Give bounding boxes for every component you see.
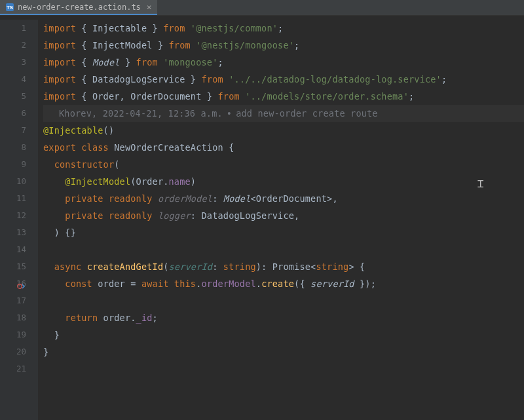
- line-number: 13: [0, 224, 26, 241]
- code-line[interactable]: [43, 360, 524, 377]
- token-punc: :: [212, 261, 223, 272]
- token-punc: > {: [348, 261, 365, 272]
- token-field: _id: [136, 313, 153, 323]
- token-kw: from: [136, 57, 164, 67]
- token-punc: { DatadogLogService }: [81, 74, 201, 85]
- token-punc: ({: [294, 278, 310, 289]
- token-param: logger: [158, 210, 191, 221]
- token-kw: string: [316, 261, 348, 272]
- code-line[interactable]: async createAndGetId(serverId: string): …: [43, 258, 524, 275]
- line-number: 16: [0, 275, 26, 292]
- token-punc: (): [103, 125, 115, 136]
- token-field: name: [169, 176, 191, 187]
- tab-bar: TS new-order-create.action.ts ×: [0, 0, 524, 16]
- token-kw: private readonly: [65, 210, 158, 221]
- blame-separator: •: [227, 108, 232, 119]
- token-kw: import: [43, 23, 81, 33]
- token-punc: ;: [278, 23, 283, 33]
- token-dec: @InjectModel: [65, 176, 130, 187]
- token-cls: order.: [103, 313, 136, 323]
- token-punc: }: [120, 57, 136, 67]
- token-kw: from: [169, 40, 196, 50]
- token-punc: (: [163, 261, 168, 272]
- token-kw: import: [43, 91, 81, 102]
- code-editor[interactable]: 123456789101112131415161718192021 import…: [0, 16, 524, 420]
- blame-message: add new-order create route: [236, 108, 378, 119]
- tab-filename: new-order-create.action.ts: [18, 3, 141, 12]
- token-str: 'mongoose': [163, 57, 217, 67]
- code-line[interactable]: @InjectModel(Order.name)Ꮖ: [43, 173, 524, 190]
- file-tab[interactable]: TS new-order-create.action.ts ×: [0, 0, 157, 15]
- token-str: '@nestjs/common': [191, 23, 278, 33]
- token-kw: const: [65, 278, 98, 289]
- token-kw: import: [43, 57, 81, 67]
- line-number: 9: [0, 156, 26, 173]
- token-punc: }: [54, 330, 60, 340]
- code-line[interactable]: }: [43, 343, 524, 360]
- code-line[interactable]: private readonly orderModel: Model<Order…: [43, 190, 524, 207]
- code-line[interactable]: import { Injectable } from '@nestjs/comm…: [43, 20, 524, 37]
- line-number: 6: [0, 105, 26, 122]
- code-line[interactable]: }: [43, 326, 524, 343]
- token-kw: from: [218, 91, 246, 102]
- token-punc: }: [43, 347, 48, 357]
- blame-author: Khorev: [59, 108, 92, 119]
- token-punc: { Order: [81, 91, 119, 102]
- token-punc: , OrderDocument }: [120, 91, 218, 102]
- code-line[interactable]: import { Model } from 'mongoose';: [43, 54, 524, 71]
- token-fn: create: [261, 278, 294, 289]
- token-field: orderModel: [202, 278, 256, 289]
- token-type: Model: [223, 193, 251, 204]
- code-line[interactable]: Khorev, 2022-04-21, 12:36 a.m.•add new-o…: [43, 105, 524, 122]
- line-number: 3: [0, 54, 26, 71]
- line-number: 11: [0, 190, 26, 207]
- token-punc: <OrderDocument>,: [250, 193, 337, 204]
- code-line[interactable]: constructor(: [43, 156, 524, 173]
- token-punc: ;: [441, 74, 447, 85]
- token-punc: { Injectable }: [81, 23, 163, 33]
- code-line[interactable]: import { DatadogLogService } from '../..…: [43, 71, 524, 88]
- token-dec: @Injectable: [43, 125, 103, 136]
- blame-timestamp: 2022-04-21, 12:36 a.m.: [103, 108, 223, 119]
- token-kw: from: [163, 23, 191, 33]
- token-str: '@nestjs/mongoose': [196, 40, 294, 50]
- line-number: 15: [0, 258, 26, 275]
- token-kw: string: [223, 261, 256, 272]
- line-number-gutter: 123456789101112131415161718192021: [0, 20, 38, 420]
- code-line[interactable]: export class NewOrderCreateAction {: [43, 139, 524, 156]
- mouse-ibeam-cursor: Ꮖ: [477, 178, 484, 190]
- code-line[interactable]: [43, 292, 524, 309]
- token-punc: ;: [218, 57, 223, 67]
- line-number: 1: [0, 20, 26, 37]
- code-line[interactable]: import { InjectModel } from '@nestjs/mon…: [43, 37, 524, 54]
- token-kw: return: [65, 313, 103, 323]
- code-line[interactable]: const order = await this.orderModel.crea…: [43, 275, 524, 292]
- token-kw: export class: [43, 142, 114, 153]
- token-punc: (Order.: [130, 176, 168, 187]
- token-str: '../../datadog-log/datadog-log.service': [229, 74, 441, 85]
- token-kw: await this: [141, 278, 196, 289]
- code-line[interactable]: import { Order, OrderDocument } from '..…: [43, 88, 524, 105]
- vcs-blame-annotation[interactable]: Khorev, 2022-04-21, 12:36 a.m.•add new-o…: [59, 108, 378, 119]
- code-line[interactable]: private readonly logger: DatadogLogServi…: [43, 207, 524, 224]
- line-number: 5: [0, 88, 26, 105]
- close-icon[interactable]: ×: [147, 2, 152, 12]
- token-punc: : DatadogLogService,: [191, 210, 300, 221]
- code-line[interactable]: ) {}: [43, 224, 524, 241]
- line-number: 4: [0, 71, 26, 88]
- token-kw: private readonly: [65, 193, 158, 204]
- token-punc: .: [196, 278, 201, 289]
- token-punc: ): Promise<: [256, 261, 316, 272]
- override-gutter-icon[interactable]: [17, 279, 25, 287]
- token-fn: createAndGetId: [87, 261, 164, 272]
- code-area[interactable]: import { Injectable } from '@nestjs/comm…: [38, 20, 524, 420]
- token-punc: .: [256, 278, 261, 289]
- token-str: '../models/store/order.schema': [245, 91, 409, 102]
- code-line[interactable]: @Injectable(): [43, 122, 524, 139]
- svg-point-2: [18, 284, 22, 288]
- line-number: 17: [0, 292, 26, 309]
- code-line[interactable]: return order._id;: [43, 309, 524, 326]
- code-line[interactable]: [43, 241, 524, 258]
- token-punc: ;: [409, 91, 414, 102]
- token-punc: ) {}: [54, 227, 76, 238]
